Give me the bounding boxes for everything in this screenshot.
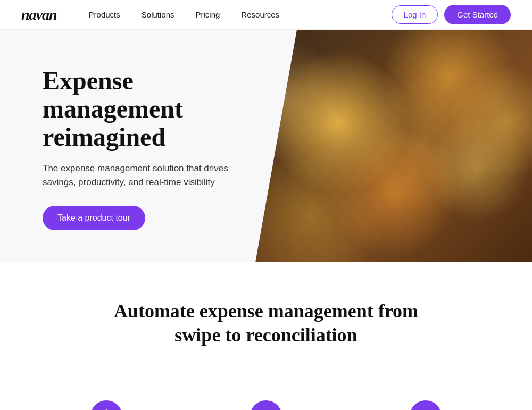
monitoring-icon-circle	[410, 400, 442, 410]
feature-control: Control company spend Eliminate out-of-p…	[37, 400, 176, 410]
navigation: navan Products Solutions Pricing Resourc…	[0, 0, 532, 30]
nav-resources[interactable]: Resources	[241, 10, 279, 19]
product-tour-button[interactable]: Take a product tour	[43, 206, 145, 230]
nav-links: Products Solutions Pricing Resources	[89, 10, 392, 19]
nav-pricing[interactable]: Pricing	[196, 10, 220, 19]
automate-section: Automate expense management from swipe t…	[0, 262, 532, 400]
nav-actions: Log In Get Started	[392, 5, 511, 24]
brand-logo[interactable]: navan	[21, 6, 57, 23]
control-icon-circle	[90, 400, 122, 410]
get-started-button[interactable]: Get Started	[444, 5, 511, 24]
hero-section: Expense management reimagined The expens…	[0, 30, 532, 262]
feature-monitoring: Real-time monitoring Track and monitor e…	[356, 400, 495, 410]
hero-bokeh-background	[255, 30, 532, 262]
hero-image	[255, 30, 532, 262]
automate-title: Automate expense management from swipe t…	[106, 299, 426, 347]
login-button[interactable]: Log In	[392, 5, 438, 24]
features-section: Control company spend Eliminate out-of-p…	[0, 400, 532, 410]
efficiency-icon-circle	[250, 400, 282, 410]
hero-subtitle: The expense management solution that dri…	[43, 162, 234, 189]
nav-products[interactable]: Products	[89, 10, 120, 19]
hero-content: Expense management reimagined The expens…	[0, 30, 277, 262]
feature-efficiency: Drive efficiency at scale Automate recon…	[197, 400, 335, 410]
hero-title: Expense management reimagined	[43, 67, 245, 151]
nav-solutions[interactable]: Solutions	[142, 10, 174, 19]
